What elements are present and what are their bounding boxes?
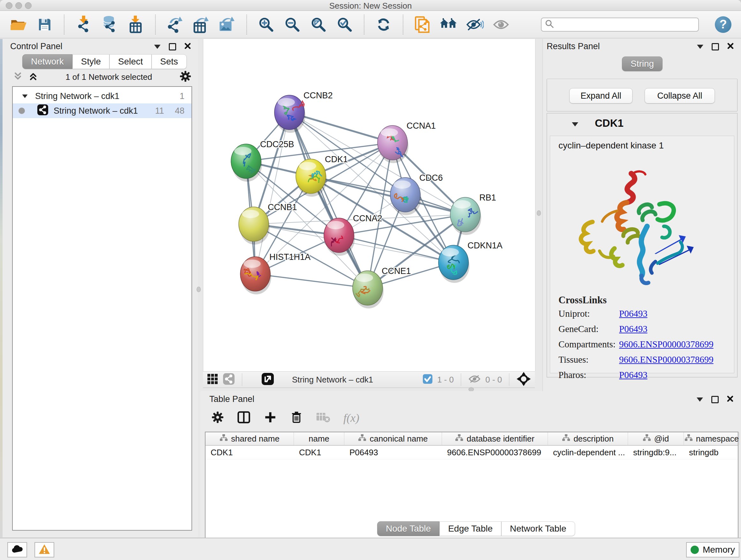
- graph-node-CDK1[interactable]: [296, 159, 327, 197]
- table-cell[interactable]: P06493: [344, 446, 442, 459]
- import-database-icon[interactable]: [101, 15, 119, 34]
- graph-node-CCNB1[interactable]: [239, 207, 270, 245]
- birdseye-view-icon[interactable]: [261, 373, 274, 387]
- zoom-selected-icon[interactable]: [336, 15, 354, 34]
- right-splitter-grip[interactable]: [537, 210, 541, 216]
- zoom-out-icon[interactable]: [283, 15, 301, 34]
- status-bar: Memory: [0, 538, 741, 560]
- import-table-icon[interactable]: [127, 15, 145, 34]
- add-column-icon[interactable]: [264, 411, 277, 425]
- refresh-icon[interactable]: [375, 15, 393, 34]
- column-label: canonical name: [369, 434, 428, 444]
- memory-status-dot: [690, 546, 699, 554]
- tab-node-table[interactable]: Node Table: [377, 521, 440, 536]
- warnings-button[interactable]: [35, 542, 54, 557]
- float-panel-icon[interactable]: [169, 43, 176, 51]
- graph-node-CCNB2[interactable]: [274, 95, 306, 133]
- panel-menu-icon[interactable]: [154, 45, 160, 49]
- search-icon: [545, 19, 554, 30]
- graph-node-CDKN1A[interactable]: [439, 245, 469, 283]
- expand-all-button[interactable]: Expand All: [569, 88, 632, 104]
- collapse-all-networks-icon[interactable]: [13, 71, 23, 83]
- network-options-gear-icon[interactable]: [179, 70, 192, 84]
- entry-collapse-icon[interactable]: [572, 122, 578, 126]
- pan-crosshair-icon[interactable]: [516, 372, 531, 388]
- panel-menu-icon[interactable]: [697, 397, 703, 401]
- close-panel-icon[interactable]: [185, 43, 191, 51]
- graph-node-CDC6[interactable]: [390, 178, 421, 215]
- network-row-selected[interactable]: String Network – cdk1 11 48: [13, 104, 192, 118]
- graph-node-RB1[interactable]: [450, 197, 481, 235]
- table-cell[interactable]: CDK1: [294, 446, 344, 459]
- cloud-status-button[interactable]: [7, 542, 27, 557]
- help-button[interactable]: ?: [715, 16, 731, 33]
- table-row[interactable]: CDK1CDK1P064939606.ENSP00000378699cyclin…: [205, 446, 738, 459]
- hide-eye-icon[interactable]: [466, 15, 484, 34]
- graph-node-CCNA1[interactable]: [378, 125, 408, 163]
- export-image-icon[interactable]: [218, 15, 236, 34]
- save-icon[interactable]: [36, 15, 54, 34]
- toolbar-separator: [246, 15, 247, 35]
- crosslink-link[interactable]: 9606.ENSP00000378699: [619, 354, 714, 365]
- crosslink-link[interactable]: P06493: [619, 308, 648, 319]
- crosslink-link[interactable]: 9606.ENSP00000378699: [619, 339, 714, 350]
- zoom-in-icon[interactable]: [257, 15, 275, 34]
- table-options-gear-icon[interactable]: [211, 411, 224, 425]
- tab-sets[interactable]: Sets: [151, 54, 187, 69]
- expand-all-networks-icon[interactable]: [28, 71, 38, 83]
- search-box[interactable]: [541, 17, 699, 32]
- export-network-icon[interactable]: [166, 15, 184, 34]
- tab-string[interactable]: String: [622, 57, 663, 71]
- float-panel-icon[interactable]: [712, 43, 719, 51]
- graph-node-CCNE1[interactable]: [353, 271, 384, 308]
- network-view-canvas[interactable]: CCNB2CCNA1CDC25BCDK1CDC6RB1CCNB1CCNA2CDK…: [203, 39, 536, 371]
- column-header-database-identifier[interactable]: database identifier: [442, 432, 548, 445]
- column-header-name[interactable]: name: [294, 432, 344, 445]
- clone-network-icon[interactable]: [414, 15, 431, 34]
- network-overview-icon[interactable]: [223, 373, 235, 386]
- show-columns-icon[interactable]: [237, 410, 251, 426]
- column-header-@id[interactable]: @id: [628, 432, 684, 445]
- column-header-namespace[interactable]: namespace: [684, 432, 740, 445]
- graph-node-label: HIST1H1A: [269, 252, 311, 262]
- close-panel-icon[interactable]: [727, 43, 734, 51]
- export-table-icon[interactable]: [192, 15, 210, 34]
- search-input[interactable]: [557, 19, 695, 30]
- close-panel-icon[interactable]: [727, 395, 733, 403]
- crosslink-link[interactable]: P06493: [619, 324, 648, 334]
- grid-view-icon[interactable]: [207, 373, 218, 386]
- column-header-canonical-name[interactable]: canonical name: [344, 432, 442, 445]
- network-graph[interactable]: CCNB2CCNA1CDC25BCDK1CDC6RB1CCNB1CCNA2CDK…: [203, 39, 535, 371]
- collapse-all-button[interactable]: Collapse All: [645, 88, 715, 104]
- crosslink-link[interactable]: P06493: [619, 370, 648, 380]
- table-cell[interactable]: stringdb:9...: [628, 446, 684, 459]
- table-cell[interactable]: stringdb: [684, 446, 740, 459]
- tab-select[interactable]: Select: [110, 54, 151, 69]
- open-folder-icon[interactable]: [10, 15, 27, 34]
- float-panel-icon[interactable]: [711, 396, 719, 403]
- panel-menu-icon[interactable]: [697, 45, 703, 49]
- column-header-description[interactable]: description: [548, 432, 628, 445]
- show-eye-icon[interactable]: [492, 15, 510, 34]
- tab-network[interactable]: Network: [22, 54, 72, 69]
- graph-node-HIST1H1A[interactable]: [240, 257, 271, 294]
- graph-node-CDC25B[interactable]: [231, 144, 262, 182]
- selected-node-edge-counts: 1 - 0: [437, 375, 454, 385]
- delete-column-icon[interactable]: [290, 411, 303, 425]
- network-collection-row[interactable]: String Network – cdk1 1: [13, 89, 192, 104]
- left-splitter-grip[interactable]: [197, 287, 201, 292]
- tab-network-table[interactable]: Network Table: [501, 521, 575, 536]
- selected-checkbox-icon[interactable]: [422, 374, 433, 385]
- table-cell[interactable]: 9606.ENSP00000378699: [442, 446, 548, 459]
- memory-button[interactable]: Memory: [686, 542, 739, 557]
- column-header-shared-name[interactable]: shared name: [205, 432, 294, 445]
- graph-node-CCNA2[interactable]: [324, 218, 355, 256]
- table-cell[interactable]: cyclin-dependent ...: [548, 446, 628, 459]
- tab-style[interactable]: Style: [72, 54, 110, 69]
- tab-edge-table[interactable]: Edge Table: [440, 521, 501, 536]
- import-network-icon[interactable]: [75, 15, 92, 34]
- homes-icon[interactable]: [440, 15, 458, 34]
- table-cell[interactable]: CDK1: [205, 446, 294, 459]
- collection-collapse-icon[interactable]: [22, 94, 28, 98]
- zoom-fit-icon[interactable]: [310, 15, 327, 34]
